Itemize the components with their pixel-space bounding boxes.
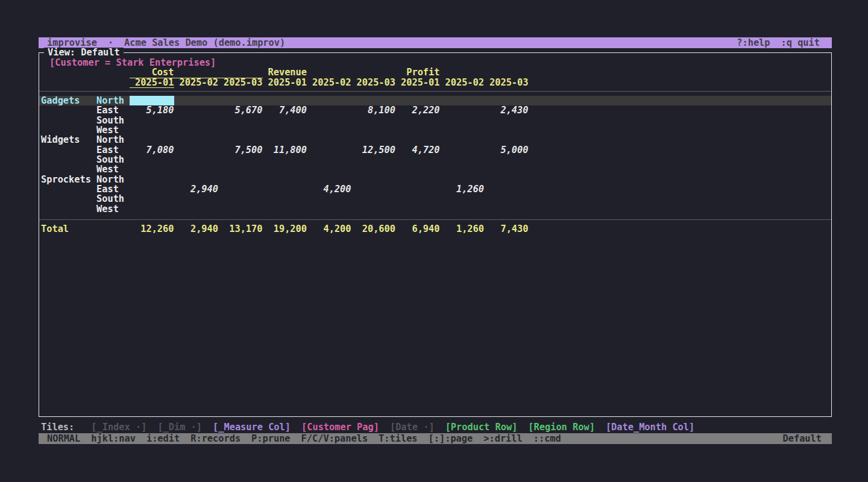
table-cell[interactable] xyxy=(440,96,485,105)
table-cell[interactable]: 5,000 xyxy=(484,145,529,155)
table-cell[interactable] xyxy=(263,116,307,125)
table-cell[interactable]: 8,100 xyxy=(351,105,396,115)
table-cell[interactable] xyxy=(307,194,351,204)
table-cell[interactable]: 12,500 xyxy=(351,145,396,155)
table-cell[interactable] xyxy=(307,135,351,145)
month-header-cell[interactable]: 2025-03 xyxy=(484,78,529,88)
table-cell[interactable] xyxy=(174,164,219,174)
table-cell[interactable] xyxy=(130,125,174,135)
row-label-product[interactable] xyxy=(41,105,96,115)
table-cell[interactable]: 1,260 xyxy=(440,184,485,194)
table-cell[interactable] xyxy=(395,164,440,174)
table-cell[interactable] xyxy=(395,155,440,164)
tile-date[interactable]: [Date ·] xyxy=(390,422,435,433)
tile--measure-col[interactable]: [_Measure Col] xyxy=(213,422,291,433)
table-cell[interactable]: 7,080 xyxy=(130,145,174,155)
table-cell[interactable] xyxy=(307,164,351,174)
table-cell[interactable] xyxy=(174,155,219,164)
table-cell[interactable] xyxy=(174,96,219,105)
row-label-region[interactable]: East xyxy=(96,184,130,194)
table-cell[interactable] xyxy=(307,155,351,164)
table-cell[interactable] xyxy=(440,194,485,204)
table-cell[interactable] xyxy=(263,175,307,184)
table-cell[interactable] xyxy=(263,125,307,135)
table-cell[interactable] xyxy=(440,145,485,155)
row-label-product[interactable] xyxy=(41,155,96,164)
table-cell[interactable] xyxy=(218,194,263,204)
row-label-product[interactable] xyxy=(41,184,96,194)
month-header-cell[interactable]: 2025-01 xyxy=(130,78,174,88)
month-header-cell[interactable]: 2025-03 xyxy=(218,78,263,88)
table-cell[interactable] xyxy=(484,155,529,164)
table-cell[interactable]: 7,500 xyxy=(218,145,263,155)
table-cell[interactable] xyxy=(218,155,263,164)
table-cell[interactable]: 2,940 xyxy=(174,184,219,194)
row-label-region[interactable]: South xyxy=(96,155,130,164)
row-label-product[interactable] xyxy=(41,116,96,125)
table-cell[interactable] xyxy=(218,135,263,145)
table-cell[interactable] xyxy=(218,184,263,194)
table-cell[interactable] xyxy=(218,125,263,135)
table-cell[interactable] xyxy=(484,135,529,145)
table-cell[interactable] xyxy=(307,105,351,115)
table-cell[interactable] xyxy=(307,116,351,125)
table-cell[interactable]: 4,200 xyxy=(307,184,351,194)
table-cell[interactable] xyxy=(395,175,440,184)
tile-customer-pag[interactable]: [Customer Pag] xyxy=(301,422,379,433)
table-cell[interactable] xyxy=(130,204,174,214)
table-cell[interactable]: 5,180 xyxy=(130,105,174,115)
month-header-cell[interactable]: 2025-01 xyxy=(395,78,440,88)
row-label-product[interactable] xyxy=(41,125,96,135)
table-cell[interactable] xyxy=(484,125,529,135)
table-cell[interactable] xyxy=(174,116,219,125)
table-cell[interactable] xyxy=(484,116,529,125)
table-cell[interactable]: 7,400 xyxy=(263,105,307,115)
month-header-cell[interactable]: 2025-02 xyxy=(174,78,219,88)
table-cell[interactable] xyxy=(218,204,263,214)
row-label-region[interactable]: West xyxy=(96,164,130,174)
table-cell[interactable] xyxy=(307,125,351,135)
row-label-product[interactable]: Gadgets xyxy=(41,96,96,105)
table-cell[interactable] xyxy=(484,96,529,105)
table-cell[interactable]: 2,430 xyxy=(484,105,529,115)
table-cell[interactable] xyxy=(307,175,351,184)
table-cell[interactable] xyxy=(395,194,440,204)
table-cell[interactable] xyxy=(130,116,174,125)
table-cell[interactable] xyxy=(351,164,396,174)
table-cell[interactable] xyxy=(263,155,307,164)
table-cell[interactable] xyxy=(174,135,219,145)
table-cell[interactable] xyxy=(440,155,485,164)
table-cell[interactable] xyxy=(263,194,307,204)
table-cell[interactable] xyxy=(395,204,440,214)
month-header-cell[interactable]: 2025-02 xyxy=(307,78,351,88)
table-cell[interactable] xyxy=(174,194,219,204)
tile--dim[interactable]: [_Dim ·] xyxy=(157,422,202,433)
table-cell[interactable] xyxy=(130,164,174,174)
row-label-product[interactable] xyxy=(41,194,96,204)
table-cell[interactable] xyxy=(263,164,307,174)
table-cell[interactable] xyxy=(351,155,396,164)
cursor-cell[interactable] xyxy=(130,96,174,105)
row-label-product[interactable] xyxy=(41,204,96,214)
table-cell[interactable] xyxy=(174,175,219,184)
row-label-region[interactable]: West xyxy=(96,125,130,135)
month-header-cell[interactable]: 2025-03 xyxy=(351,78,396,88)
filter-chip[interactable]: [Customer = Stark Enterprises] xyxy=(49,57,216,68)
table-cell[interactable] xyxy=(351,204,396,214)
table-cell[interactable] xyxy=(130,135,174,145)
table-cell[interactable] xyxy=(307,96,351,105)
table-cell[interactable]: 4,720 xyxy=(395,145,440,155)
row-label-product[interactable] xyxy=(41,164,96,174)
row-label-product[interactable]: Sprockets xyxy=(41,175,96,184)
row-label-region[interactable]: East xyxy=(96,105,130,115)
table-cell[interactable] xyxy=(130,155,174,164)
table-cell[interactable] xyxy=(130,184,174,194)
month-header-cell[interactable]: 2025-02 xyxy=(440,78,485,88)
tile--index[interactable]: [_Index ·] xyxy=(91,422,146,433)
row-label-region[interactable]: West xyxy=(96,204,130,214)
table-cell[interactable] xyxy=(440,164,485,174)
table-cell[interactable] xyxy=(218,96,263,105)
table-cell[interactable] xyxy=(395,116,440,125)
table-cell[interactable] xyxy=(395,125,440,135)
table-cell[interactable] xyxy=(263,135,307,145)
